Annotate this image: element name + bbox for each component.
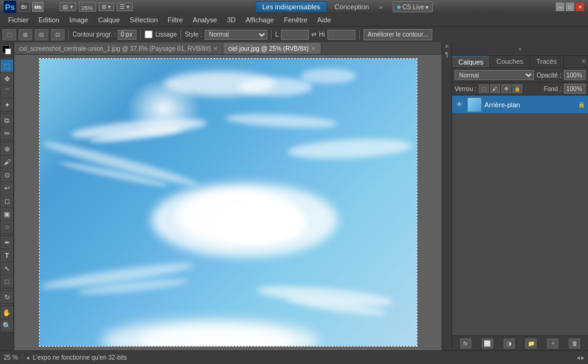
layer-row-arriere-plan[interactable]: 👁 Arrière-plan 🔒	[452, 95, 588, 114]
lock-pixels-btn[interactable]: 🖌	[490, 84, 500, 93]
opacity-input[interactable]	[564, 70, 586, 80]
brush-tool[interactable]: 🖌	[1, 156, 13, 168]
tab-2[interactable]: ciel jour.jpg @ 25% (RVB/8#) ✕	[223, 43, 321, 54]
magic-wand-tool[interactable]: ✦	[1, 99, 13, 111]
tab-2-close[interactable]: ✕	[311, 46, 316, 51]
pen-tool[interactable]: ✒	[1, 236, 13, 249]
menu-fenetre[interactable]: Fenêtre	[280, 15, 312, 25]
panel-menu-icon[interactable]: ≡	[579, 56, 588, 68]
delete-layer-button[interactable]: 🗑	[569, 339, 580, 348]
traces-tab[interactable]: Tracés	[530, 56, 564, 68]
contour-input[interactable]	[118, 30, 136, 40]
dodge-tool[interactable]: ○	[1, 221, 13, 233]
bg-color[interactable]	[5, 48, 11, 55]
gradient-tool[interactable]: ▣	[1, 208, 13, 220]
l-label: L	[275, 31, 279, 38]
status-nav-right[interactable]: ▸	[581, 354, 584, 361]
style-select[interactable]: Normal Taille fixe Proportions fixes	[205, 30, 267, 40]
layer-eye-icon[interactable]: 👁	[455, 100, 465, 110]
path-selection-tool[interactable]: ↖	[1, 262, 13, 275]
selection-rect-tool[interactable]: ⬚	[1, 60, 13, 72]
ameliorer-button[interactable]: Améliorer le contour...	[363, 29, 432, 40]
lasso-tool[interactable]: ⌒	[1, 86, 13, 98]
eyedropper-tool[interactable]: ✏	[1, 127, 13, 140]
menu-calque[interactable]: Calque	[94, 15, 124, 25]
cs-live-button[interactable]: ● CS Live ▾	[393, 1, 433, 12]
layer-name: Arrière-plan	[484, 101, 574, 109]
conception-button[interactable]: Conception	[329, 2, 374, 12]
verrou-label: Verrou :	[455, 86, 476, 92]
eraser-tool[interactable]: ◻	[1, 195, 13, 207]
lissage-checkbox[interactable]	[145, 30, 153, 38]
menu-image[interactable]: Image	[65, 15, 93, 25]
shape-tool[interactable]: □	[1, 275, 13, 288]
new-layer-button[interactable]: ＋	[547, 339, 558, 348]
crop-tool[interactable]: ⧉	[1, 114, 13, 127]
calques-tab[interactable]: Calques	[452, 56, 490, 68]
side-icon-1[interactable]: A	[444, 45, 450, 48]
heal-tool[interactable]: ⊕	[1, 143, 13, 155]
right-icons-strip: A ¶	[442, 42, 452, 350]
lock-transparent-btn[interactable]: ⬚	[479, 84, 489, 93]
left-toolbar: ⬚ ✥ ⌒ ✦ ⧉ ✏ ⊕ 🖌 ⊙ ↩ ◻ ▣ ○ ✒ T ↖ □ ↻ ✋ 🔍	[0, 42, 14, 350]
close-button[interactable]: ✕	[576, 2, 584, 11]
lock-icons: ⬚ 🖌 ✥ 🔒	[479, 84, 522, 93]
zoom-select[interactable]: 25%	[79, 2, 96, 12]
extend-button[interactable]: »	[376, 2, 385, 12]
minibrige-icon[interactable]: Mb	[32, 2, 43, 12]
lock-position-btn[interactable]: ✥	[501, 84, 511, 93]
clone-tool[interactable]: ⊙	[1, 169, 13, 181]
menu-edition[interactable]: Edition	[34, 15, 64, 25]
menu-fichier[interactable]: Fichier	[4, 15, 33, 25]
text-tool[interactable]: T	[1, 249, 13, 262]
bridge-icon[interactable]: Br	[19, 2, 30, 12]
tab-1-label: cxi_screenshot_centrale-union_1.jpg @ 37…	[19, 45, 211, 52]
3d-rotate-tool[interactable]: ↻	[1, 291, 13, 303]
cloud-10	[213, 202, 306, 245]
arrange-button[interactable]: ▤ ▾	[60, 2, 76, 11]
status-info-text: L'expo ne fonctionne qu'en 32-bits	[33, 354, 573, 361]
menu-bar: Fichier Edition Image Calque Sélection F…	[0, 14, 588, 26]
tab-1[interactable]: cxi_screenshot_centrale-union_1.jpg @ 37…	[14, 43, 223, 54]
couches-tab[interactable]: Couches	[490, 56, 530, 68]
sub-sel-icon[interactable]: ⊟	[35, 29, 48, 40]
status-bar: 25 % ◂ L'expo ne fonctionne qu'en 32-bit…	[0, 350, 588, 364]
canvas-image[interactable]	[39, 58, 417, 347]
width-input[interactable]	[281, 30, 309, 40]
workspace-button[interactable]: Les indispensables	[256, 1, 327, 12]
layer-group-button[interactable]: 📁	[525, 339, 537, 348]
move-tool[interactable]: ✥	[1, 73, 13, 85]
lock-all-btn[interactable]: 🔒	[512, 84, 522, 93]
height-input[interactable]	[327, 30, 355, 40]
blend-mode-select[interactable]: Normal Fondu Obscurcir	[455, 70, 534, 80]
layer-fx-button[interactable]: fx	[460, 339, 471, 348]
add-sel-icon[interactable]: ⊞	[19, 29, 32, 40]
layer-lock-icon: 🔒	[577, 100, 586, 109]
main-area: ⬚ ✥ ⌒ ✦ ⧉ ✏ ⊕ 🖌 ⊙ ↩ ◻ ▣ ○ ✒ T ↖ □ ↻ ✋ 🔍 …	[0, 42, 588, 350]
menu-selection[interactable]: Sélection	[125, 15, 162, 25]
hand-tool[interactable]: ✋	[1, 306, 13, 319]
menu-aide[interactable]: Aide	[313, 15, 336, 25]
layer-mask-button[interactable]: ⬜	[482, 339, 493, 348]
status-arrow-left[interactable]: ◂	[26, 354, 29, 361]
zoom-tool[interactable]: 🔍	[1, 319, 13, 332]
menu-3d[interactable]: 3D	[223, 15, 240, 25]
tab-1-close[interactable]: ✕	[213, 46, 218, 51]
minimize-button[interactable]: —	[556, 2, 564, 11]
view-mode-button[interactable]: ⊞ ▾	[99, 2, 115, 11]
swap-icon[interactable]: ⇄	[311, 31, 316, 38]
status-nav-left[interactable]: ◂	[577, 354, 580, 361]
history-brush-tool[interactable]: ↩	[1, 182, 13, 194]
fill-input[interactable]	[564, 84, 586, 94]
side-icon-2[interactable]: ¶	[445, 51, 448, 58]
panel-collapse-button[interactable]: «	[452, 42, 588, 56]
contour-label: Contour progr. :	[73, 31, 115, 38]
int-sel-icon[interactable]: ⊡	[51, 29, 65, 40]
layer-adjustment-button[interactable]: ◑	[504, 339, 515, 348]
fg-bg-colors	[1, 44, 13, 56]
menu-affichage[interactable]: Affichage	[241, 15, 278, 25]
extras-button[interactable]: ☰ ▾	[117, 2, 133, 11]
maximize-button[interactable]: □	[566, 2, 574, 11]
menu-analyse[interactable]: Analyse	[189, 15, 221, 25]
menu-filtre[interactable]: Filtre	[163, 15, 187, 25]
